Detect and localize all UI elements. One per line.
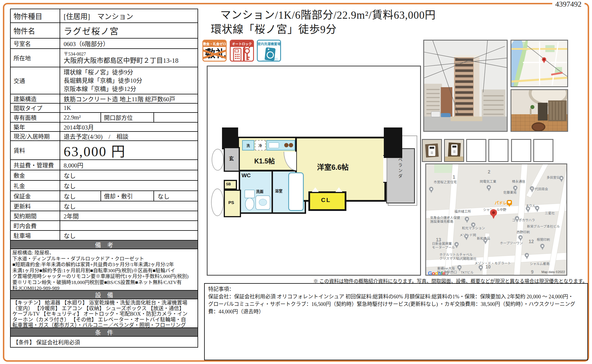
equipment-header: 設 備: [11, 291, 198, 299]
table-row: 号室名0603（6階部分）: [11, 39, 198, 49]
power-lines: [424, 41, 508, 115]
map-poi-label: まりん: [526, 204, 536, 208]
conditions-text: 【条件】 保証会社利用必須: [11, 337, 198, 347]
row-value: なし: [60, 201, 198, 211]
map-poi-label: メゾンド岡: [460, 233, 476, 237]
row-value: なし: [60, 191, 100, 201]
toilet: [245, 198, 254, 210]
map-poi-label: 和光マンション: [462, 226, 485, 230]
row-label-2: 償却・敷引: [100, 191, 154, 201]
row-value: 鉄筋コンクリート造 地上11階 総戸数60戸: [60, 94, 198, 103]
no-deposit-icon: 敷礼: [203, 47, 226, 62]
map-poi-label: 気象会介護老人保健 施設東雄苑都島: [430, 216, 460, 224]
table-row: 保証金なし償却・敷引なし: [11, 191, 198, 201]
map-poi-label: 三星社: [545, 211, 555, 215]
row-label: 共益費・管理費: [11, 160, 60, 170]
map-block-number: 12: [529, 239, 534, 244]
row-value: 1K: [60, 104, 198, 112]
row-value: なし: [60, 181, 198, 190]
row-label: 町内会費: [11, 221, 60, 230]
autolock-intercom-key-icon: [231, 47, 253, 62]
fridge-space: 冷: [255, 140, 266, 150]
map-pin: [525, 253, 529, 257]
badge-title: 敷金・礼金ゼロ: [203, 41, 226, 47]
conditions-header: 条 件: [11, 328, 198, 337]
row-label: 建築構造: [11, 94, 60, 103]
floorplan-drawing: 洗 冷 玄 K1.5帖 WC 洗面 浴室 SB PS 洋室6.6帖 CL ベラン…: [222, 127, 418, 218]
label-bath: 浴室: [275, 188, 282, 193]
thumbnail-empty: [488, 139, 508, 162]
map-poi-label: ホープツーワン: [500, 241, 523, 245]
map-pin: [507, 200, 512, 205]
table-row: 築年2014年03月: [11, 123, 198, 132]
listing-title-line2: 環状線「桜ノ宮」徒歩9分: [211, 21, 337, 36]
thumbnail-empty: [511, 139, 531, 162]
property-flyer-page: 4397492 物件種目[住居用] マンション 物件名ラグゼ桜ノ宮 号室名060…: [0, 0, 592, 364]
row-value: [住居用] マンション: [60, 9, 198, 22]
thumbnail-intercom-photo: [444, 139, 464, 162]
closet-door-mark: [335, 187, 342, 192]
map-poi-label: 根間印刷: [537, 238, 550, 242]
label-kitchen: K1.5帖: [254, 156, 275, 165]
washer-space: 洗: [242, 140, 254, 150]
row-label: 更新料: [11, 201, 60, 211]
row-label: 契約期間: [11, 211, 60, 220]
lobby-photo: [511, 89, 568, 132]
door-arc: [211, 188, 224, 216]
table-row: 建築構造鉄筋コンクリート造 地上11階 総戸数60戸: [11, 94, 198, 104]
closet-door-mark: [312, 187, 319, 192]
map-poi-label: TKTビル: [461, 271, 474, 275]
table-row: 交通環状線「桜ノ宮」徒歩9分 長堀鶴見線「京橋」徒歩10分 京阪本線「京橋」徒歩…: [11, 67, 198, 94]
map-block-number: 10: [485, 264, 491, 270]
table-row: 礼金なし: [11, 181, 198, 191]
map-pin: [559, 176, 563, 180]
wall-block: [222, 127, 238, 149]
badge-title: オートロック: [231, 41, 253, 47]
map-poi-label: 日新金属興業 モータープール: [432, 242, 455, 249]
row-value: なし: [60, 170, 198, 180]
table-row: 町内会費: [11, 221, 198, 231]
row-label: 駐車場: [11, 231, 60, 240]
property-table: 物件種目[住居用] マンション 物件名ラグゼ桜ノ宮 号室名0603（6階部分） …: [10, 9, 198, 348]
map-pin: [454, 242, 459, 246]
label-sb: SB: [226, 182, 231, 186]
washing-machine-icon: [258, 47, 280, 62]
table-row: 敷金なし: [11, 170, 198, 181]
row-value: 8,000円: [60, 160, 198, 170]
row-label: 専有面積: [11, 113, 60, 122]
badge-indoor-laundry: 室内洗濯機置場: [257, 40, 281, 62]
row-label: 築年: [11, 123, 60, 131]
badge-title: 室内洗濯機置場: [258, 41, 280, 47]
map-pin: [457, 265, 462, 269]
row-label: 現況/入居時期: [11, 132, 60, 140]
table-row: 駐車場なし: [11, 231, 198, 241]
remarks-text: 屋根構造: 陸屋根、 下水道・ディンプルキー・ダブルロックドア・クローゼット ■…: [11, 249, 198, 291]
row-label: 間取タイプ: [11, 104, 60, 112]
map-poi-label: パドレ: [495, 201, 507, 205]
map-poi-label: 多田宣伝: [547, 176, 560, 180]
google-logo: Google: [428, 270, 445, 276]
table-row: 物件種目[住居用] マンション: [11, 9, 198, 23]
badge-autolock: オートロック: [230, 40, 254, 62]
row-value: 退去予定(4/30) / 相談: [60, 132, 198, 140]
rent-value: 63,000 円: [60, 141, 198, 159]
row-value: 2年間: [60, 211, 198, 220]
label-cl: CL: [321, 197, 331, 203]
row-label: 物件種目: [11, 9, 60, 22]
map-poi-label: 樟永通信: [512, 180, 525, 184]
table-row: 契約期間2年間: [11, 211, 198, 221]
map-pin: [487, 185, 491, 189]
table-row: 共益費・管理費8,000円: [11, 160, 198, 170]
map-poi-label: 岡電気工業: [480, 180, 496, 184]
row-label: 交通: [11, 67, 60, 94]
row-label: 号室名: [11, 39, 60, 48]
row-label: 物件名: [11, 23, 60, 38]
row-value: 22.9m²: [60, 113, 100, 122]
balcony-window-gap: [383, 155, 387, 183]
map-pin: [479, 265, 483, 269]
neighborhood-map: 市営桜之宮住宅岡電気工業樟永通信多田宣伝千代田商会佐藤薬局パドレまりん三星社福井…: [425, 163, 567, 276]
map-block-number: 2: [488, 169, 490, 175]
row-label: 礼金: [11, 181, 60, 190]
listing-title-line1: マンション/1K/6階部分/22.9m²/賃料63,000円: [220, 6, 436, 22]
table-row: 物件名ラグゼ桜ノ宮: [11, 23, 198, 39]
